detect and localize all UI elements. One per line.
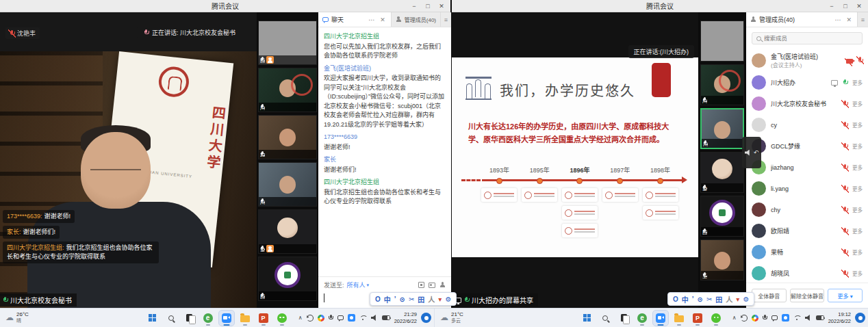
ime-tool-icon[interactable]: ’ [692, 296, 694, 303]
taskbar-clock[interactable]: 19:122022/6/22 [828, 311, 851, 324]
ime-tool-icon[interactable]: ⚙ [743, 296, 749, 303]
member-row[interactable]: 金飞(医培试验班) (会议主持人) [752, 49, 863, 72]
search-button[interactable] [164, 311, 179, 326]
mute-all-button[interactable]: 全体静音 [752, 289, 787, 302]
ime-tool-icon[interactable]: 中 [682, 294, 689, 304]
task-view-button[interactable] [616, 311, 631, 326]
participant-thumbnail[interactable]: 四川大学华西口腔医学院 [700, 196, 744, 237]
member-row[interactable]: 果畅 更多 [752, 241, 863, 263]
participant-thumbnail[interactable]: 四川大学华西口腔医学院 [258, 257, 317, 301]
chat-close-button[interactable]: ✕ [379, 16, 387, 23]
wifi-icon[interactable] [359, 315, 367, 321]
input-method-toolbar[interactable]: O中’⊙✂田人▾⚙ [667, 292, 754, 306]
participant-thumbnail[interactable]: 川大北京校友会秘书长 [700, 64, 744, 105]
task-view-button[interactable] [182, 311, 197, 326]
image-icon[interactable] [429, 283, 435, 288]
titlebar-right[interactable]: 腾讯会议 −□✕ [452, 0, 868, 12]
screenshot-icon[interactable] [418, 282, 424, 288]
powerpoint-button[interactable] [256, 311, 271, 326]
more-button[interactable]: 更多 [852, 142, 863, 150]
ime-tool-icon[interactable]: ✂ [409, 296, 414, 303]
main-video[interactable]: 四川大学 SICHUAN UNIVERSITY 173****6639:谢谢老师… [0, 51, 257, 308]
participant-thumbnail-strip[interactable]: 川大北京校友会秘书长 川大招办 金飞(医培试验班) 四川大学华西口腔医学院 王琳 [698, 12, 746, 308]
ime-tool-icon[interactable]: ▾ [438, 296, 442, 303]
tray-ime-icon[interactable] [337, 315, 344, 320]
ime-tool-icon[interactable]: 人 [428, 294, 435, 304]
pinned-user-chip[interactable]: 沈艳丰 [5, 27, 40, 39]
member-row[interactable]: 川大北京校友会秘书 更多 [752, 93, 863, 114]
ie-browser-button[interactable] [201, 311, 216, 326]
member-row[interactable]: li.yang 更多 [752, 178, 863, 199]
wifi-icon[interactable] [793, 315, 801, 321]
participant-thumbnail[interactable]: 金飞(医培试验班) [700, 152, 744, 193]
tray-expand-icon[interactable]: ∧ [732, 315, 737, 321]
more-button[interactable]: 更多 [852, 79, 863, 86]
ie-browser-button[interactable] [635, 311, 650, 326]
participant-thumbnail[interactable]: 川大招办 [700, 108, 744, 149]
wechat-button[interactable] [709, 311, 724, 326]
more-button[interactable]: 更多 [852, 121, 863, 129]
ime-tool-icon[interactable]: ⊙ [698, 296, 703, 303]
maximize-button[interactable]: □ [422, 1, 434, 11]
panel-menu-button[interactable]: ≡ [440, 12, 451, 27]
more-button[interactable]: 更多 ▾ [828, 289, 863, 302]
tray-browser-icon[interactable] [752, 315, 758, 322]
ime-tool-icon[interactable]: O [375, 296, 381, 303]
send-to-selector[interactable]: 所有人 [347, 280, 366, 289]
participant-thumbnail[interactable]: 金飞(医培试验班) [258, 209, 317, 254]
volume-icon[interactable] [805, 315, 812, 321]
tray-mic-icon[interactable] [329, 315, 333, 322]
participant-thumbnail[interactable]: 22级临床-杨平 [258, 115, 317, 159]
panel-more-button[interactable]: ⋯ [833, 16, 842, 23]
member-row[interactable]: 胡晓凤 更多 [752, 263, 863, 283]
participant-thumbnail-strip[interactable]: 四川大学北京招生组 川大北京校友会秘书长 22级临床-杨平 川大数学-刘辉 金飞… [257, 12, 318, 308]
input-method-toolbar[interactable]: O中’⊙✂田人▾⚙ [370, 292, 457, 306]
member-list[interactable]: 金飞(医培试验班) (会议主持人) 川大招办 更多 川大北京校友会秘书 更多 c… [746, 47, 868, 283]
battery-icon[interactable] [382, 315, 390, 320]
chat-more-button[interactable]: ⋯ [367, 16, 376, 23]
more-button[interactable]: 更多 [852, 227, 863, 235]
tab-manage-members[interactable]: 管理成员(40) [391, 12, 440, 27]
member-row[interactable]: 欧阳靖 更多 [752, 220, 863, 241]
member-row[interactable]: GDCL梦缘 更多 [752, 135, 863, 157]
ime-tool-icon[interactable]: ’ [394, 296, 396, 303]
tray-meeting-icon[interactable] [782, 314, 789, 322]
participant-thumbnail[interactable]: 王琳 [700, 239, 744, 280]
participant-thumbnail[interactable]: 川大数学-刘辉 [258, 162, 317, 207]
close-button[interactable]: ✕ [435, 1, 448, 11]
participant-thumbnail[interactable] [700, 21, 744, 62]
more-button[interactable]: 更多 [852, 270, 863, 277]
panel-close-button[interactable]: ✕ [845, 16, 853, 23]
ime-tool-icon[interactable]: 田 [715, 294, 722, 304]
ime-tool-icon[interactable]: ⚙ [445, 296, 451, 303]
ime-tool-icon[interactable]: 田 [418, 294, 424, 304]
ime-tool-icon[interactable]: ▾ [736, 296, 739, 303]
participant-thumbnail[interactable]: 四川大学北京招生组 [258, 21, 317, 65]
windows-start-button[interactable] [579, 311, 594, 326]
more-button[interactable]: 更多 [852, 206, 863, 213]
more-button[interactable]: 更多 [852, 185, 863, 192]
audio-popout-handle[interactable]: ↶ [742, 137, 761, 168]
close-button[interactable]: ✕ [853, 1, 865, 11]
more-button[interactable]: 更多 [852, 164, 863, 171]
ime-tool-icon[interactable]: 中 [384, 294, 391, 304]
member-search-box[interactable] [752, 32, 863, 44]
notification-badge[interactable] [421, 313, 431, 323]
panel-menu-button[interactable]: ≡ [857, 12, 868, 27]
tray-meeting-icon[interactable] [348, 314, 355, 322]
member-row[interactable]: 川大招办 更多 [752, 72, 863, 93]
battery-icon[interactable] [816, 315, 824, 320]
member-row[interactable]: chy 更多 [752, 199, 863, 220]
maximize-button[interactable]: □ [839, 1, 852, 11]
member-row[interactable]: cy 更多 [752, 114, 863, 135]
tab-manage-members[interactable]: 管理成员(40) ⋯ ✕ [746, 12, 857, 27]
weather-widget[interactable]: ☁26°C晴 [5, 312, 29, 323]
more-button[interactable]: 更多 [852, 248, 863, 256]
file-explorer-button[interactable] [672, 311, 687, 326]
wechat-button[interactable] [275, 311, 290, 326]
member-row[interactable]: jiazhang 更多 [752, 157, 863, 178]
tab-chat[interactable]: 聊天 ⋯ ✕ [318, 12, 391, 27]
participant-thumbnail[interactable]: 川大北京校友会秘书长 [258, 68, 317, 112]
powerpoint-button[interactable] [690, 311, 705, 326]
ime-tool-icon[interactable]: ⊙ [400, 296, 405, 303]
